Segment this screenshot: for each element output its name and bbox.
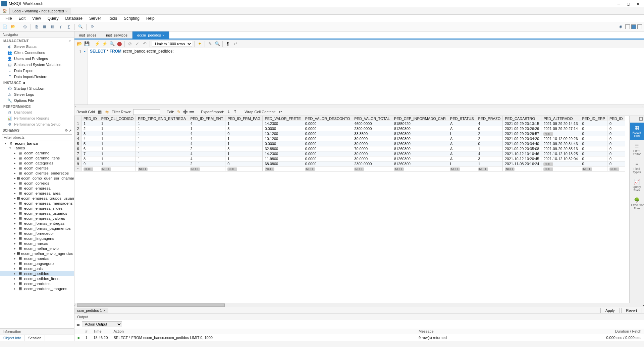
- column-header[interactable]: PED_VALOR_TOTAL: [352, 116, 392, 121]
- users-privileges-item[interactable]: 👤Users and Privileges: [0, 56, 74, 62]
- table-row[interactable]: ▸▦eccm_empresa_mensagens: [0, 201, 74, 206]
- client-connections-item[interactable]: 👥Client Connections: [0, 50, 74, 56]
- editor-scrollbar[interactable]: ‹›: [74, 105, 644, 108]
- new-sql-tab-icon[interactable]: 📄: [2, 24, 8, 30]
- table-row[interactable]: ▸▦eccm_fornecedor: [0, 231, 74, 236]
- column-header[interactable]: PED_ID: [82, 116, 99, 121]
- table-row[interactable]: ▸▦eccm_correios: [0, 181, 74, 186]
- wrap-icon[interactable]: ⤶: [232, 41, 238, 47]
- output-type-select[interactable]: Action Output: [82, 321, 122, 327]
- close-button[interactable]: ✕: [637, 1, 639, 6]
- menu-view[interactable]: View: [29, 15, 44, 22]
- column-header[interactable]: PED_ID: [607, 116, 625, 121]
- revert-button[interactable]: Revert: [621, 308, 642, 313]
- side-panel-execution-plan[interactable]: 🌳Execution Plan: [630, 195, 644, 212]
- delete-row-icon[interactable]: ➖: [189, 109, 194, 115]
- perf-reports-item[interactable]: 📊Performance Reports: [0, 115, 74, 121]
- column-header[interactable]: PED_VALOR_FRETE: [263, 116, 303, 121]
- table-row[interactable]: ▸▦eccm_empresa: [0, 186, 74, 191]
- data-row[interactable]: 88114111.98000.000030.000081260300A32021…: [75, 156, 625, 161]
- maximize-button[interactable]: ▢: [627, 1, 630, 6]
- column-header[interactable]: PED_VALOR_DESCONTO: [303, 116, 352, 121]
- table-row[interactable]: ▸▦eccm_pais: [0, 266, 74, 271]
- menu-tools[interactable]: Tools: [104, 15, 120, 22]
- data-import-item[interactable]: ⤒Data Import/Restore: [0, 74, 74, 80]
- table-row[interactable]: ▸▦eccm_clientes_enderecos: [0, 170, 74, 176]
- data-row[interactable]: 77114114.23000.000030.000081260300A42021…: [75, 151, 625, 156]
- table-row[interactable]: ▸▦eccm_como_quer_ser_chamado: [0, 176, 74, 181]
- result-grid[interactable]: PED_IDPED_CLI_CODIGOPED_TIPO_END_ENTREGA…: [74, 116, 625, 171]
- table-row[interactable]: ▸▦eccm_pagseguro: [0, 261, 74, 266]
- new-schema-icon[interactable]: 🗄: [34, 24, 40, 30]
- data-row[interactable]: 33114010.12000.000033.350081260300I22021…: [75, 131, 625, 136]
- table-row[interactable]: ▸▦eccm_categorias: [0, 160, 74, 165]
- column-header[interactable]: PED_ID_FRM_PAG: [225, 116, 263, 121]
- query-tab-inst-servicos[interactable]: inst_servicos: [101, 31, 132, 39]
- menu-query[interactable]: Query: [44, 15, 62, 22]
- inspector-icon[interactable]: 🛈: [22, 24, 28, 30]
- result-grid-scroll[interactable]: PED_IDPED_CLI_CODIGOPED_TIPO_END_ENTREGA…: [74, 116, 629, 303]
- expand-icon[interactable]: ↗: [69, 129, 71, 132]
- table-row[interactable]: ▸▦eccm_carrinho_itens: [0, 155, 74, 160]
- table-row[interactable]: ▸▦eccm_marcas: [0, 241, 74, 246]
- table-row[interactable]: ▸▦eccm_empresa_grupos_usuarios: [0, 196, 74, 201]
- column-header[interactable]: PED_ID_FRM_ENT: [188, 116, 225, 121]
- table-row[interactable]: ▸▦eccm_produtos_imagens: [0, 286, 74, 291]
- execute-current-icon[interactable]: ⚡: [102, 41, 108, 47]
- perf-schema-setup-item[interactable]: ⚙Performance Schema Setup: [0, 121, 74, 127]
- grid-icon[interactable]: ▦: [97, 109, 102, 115]
- column-header[interactable]: PED_CADASTRO: [503, 116, 541, 121]
- table-row[interactable]: ▸▦eccm_produtos: [0, 281, 74, 286]
- table-row[interactable]: ▸▦eccm_empresa_area: [0, 191, 74, 196]
- layout-left-button[interactable]: [625, 24, 630, 29]
- close-icon[interactable]: ×: [162, 33, 164, 37]
- menu-help[interactable]: Help: [143, 15, 158, 22]
- close-icon[interactable]: ×: [65, 9, 67, 13]
- table-row[interactable]: ▸▦eccm_melhor_envio: [0, 246, 74, 251]
- import-icon[interactable]: ⤒: [232, 109, 238, 115]
- find-icon[interactable]: ✎: [207, 41, 213, 47]
- new-procedure-icon[interactable]: ƒ: [58, 24, 64, 30]
- new-row[interactable]: *NULLNULLNULLNULLNULLNULLNULLNULLNULLNUL…: [75, 166, 625, 171]
- refresh-icon[interactable]: ⟳: [65, 129, 68, 132]
- search-icon[interactable]: 🔍: [77, 24, 84, 30]
- table-row[interactable]: ▸▦eccm_formas_entregas: [0, 221, 74, 226]
- save-icon[interactable]: 💾: [84, 41, 90, 47]
- table-row[interactable]: ▸▦eccm_empresa_usuarios: [0, 211, 74, 216]
- side-panel-query-stats[interactable]: 📈Query Stats: [630, 177, 644, 194]
- wrap-cell-icon[interactable]: ↩: [278, 109, 283, 115]
- table-row[interactable]: ▸▦eccm_pedidos: [0, 271, 74, 276]
- schema-tables-row[interactable]: ▾Tables: [0, 146, 74, 150]
- export-icon[interactable]: ⤓: [226, 109, 231, 115]
- reconnect-icon[interactable]: ⟳: [89, 24, 95, 30]
- output-type-icon[interactable]: ☰: [76, 322, 80, 327]
- layout-right-button[interactable]: [637, 24, 642, 29]
- menu-database[interactable]: Database: [62, 15, 86, 22]
- query-tab-inst-slides[interactable]: inst_slides: [74, 31, 101, 39]
- explain-icon[interactable]: 🔍: [109, 41, 115, 47]
- table-row[interactable]: ▸▦eccm_linguagens: [0, 236, 74, 241]
- menu-server[interactable]: Server: [86, 15, 104, 22]
- close-icon[interactable]: ×: [103, 308, 105, 313]
- data-row[interactable]: 11114114.23000.00004600.000081850420A420…: [75, 121, 625, 126]
- table-row[interactable]: ▸▦eccm_empresa_valores: [0, 216, 74, 221]
- table-row[interactable]: ▸▦eccm_clientes: [0, 165, 74, 170]
- options-file-item[interactable]: 🔧Options File: [0, 97, 74, 103]
- apply-button[interactable]: Apply: [600, 308, 620, 313]
- new-function-icon[interactable]: ∑: [66, 24, 72, 30]
- data-export-item[interactable]: ⤓Data Export: [0, 68, 74, 74]
- toggle-invisible-icon[interactable]: ¶: [225, 41, 231, 47]
- execute-icon[interactable]: ⚡: [94, 41, 100, 47]
- open-file-icon[interactable]: 📂: [76, 41, 83, 47]
- new-table-icon[interactable]: ▦: [42, 24, 48, 30]
- result-subtab[interactable]: ccm_pedidos 1×: [74, 308, 108, 313]
- data-row[interactable]: 66112332.88000.000070.000081260300A12021…: [75, 146, 625, 151]
- data-row[interactable]: 44114110.12000.000030.000081260300A22021…: [75, 136, 625, 141]
- limit-rows-select[interactable]: Limit to 1000 rows: [152, 41, 192, 47]
- commit-icon[interactable]: ✓: [134, 41, 140, 47]
- rollback-icon[interactable]: ↶: [142, 41, 148, 47]
- new-view-icon[interactable]: ▤: [50, 24, 56, 30]
- column-header[interactable]: PED_ALTERADO: [541, 116, 580, 121]
- menu-file[interactable]: File: [2, 15, 15, 22]
- schema-db-row[interactable]: ▾🛢eccm_banco: [0, 141, 74, 146]
